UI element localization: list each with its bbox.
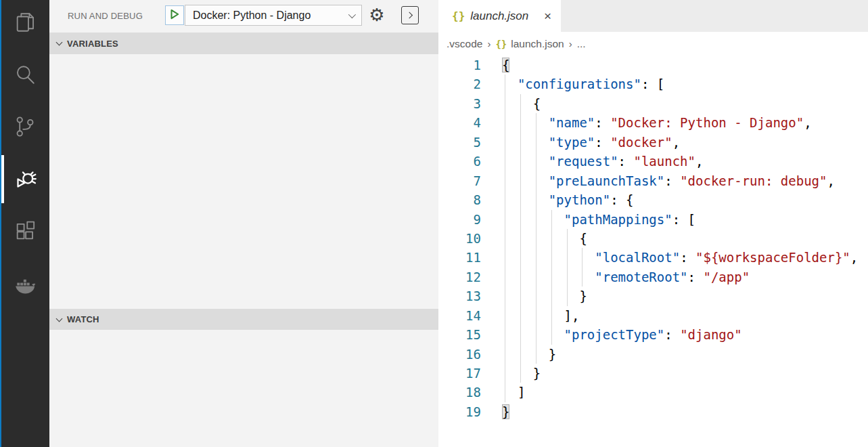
code-line[interactable]: { [502, 229, 868, 248]
line-number[interactable]: 4 [438, 113, 481, 132]
indent-guide [505, 133, 505, 152]
debug-configuration-dropdown[interactable]: Docker: Python - Django [185, 5, 362, 26]
code-token-pun: : [ [641, 77, 664, 91]
code-token-pun: , [827, 173, 834, 188]
breadcrumb-item-vscode[interactable]: .vscode [447, 38, 482, 50]
debug-console-button[interactable] [401, 6, 419, 24]
line-number[interactable]: 7 [438, 171, 481, 190]
line-number[interactable]: 2 [438, 74, 481, 93]
code-line[interactable]: "type": "docker", [502, 133, 868, 152]
indent-guide [536, 268, 536, 286]
code-line[interactable]: "request": "launch", [502, 152, 868, 171]
code-token-str: "launch" [633, 154, 695, 169]
code-line[interactable]: "pathMappings": [ [502, 210, 868, 229]
files-icon [14, 11, 37, 34]
indent-guide [505, 152, 505, 171]
code-line[interactable]: { [502, 56, 868, 74]
line-number[interactable]: 13 [438, 286, 481, 305]
code-line[interactable]: } [502, 402, 868, 421]
breadcrumb-item-symbols[interactable]: ... [577, 38, 586, 50]
line-number[interactable]: 16 [438, 345, 481, 364]
code-line-text: } [502, 289, 587, 303]
breadcrumb-item-launch-json[interactable]: launch.json [511, 38, 564, 50]
code-token-pun: : [ [672, 212, 695, 227]
indent-guide [505, 286, 505, 305]
indent-guide [520, 190, 521, 209]
code-line[interactable]: ] [502, 383, 868, 402]
line-number[interactable]: 14 [438, 306, 481, 325]
code-line[interactable]: } [502, 286, 868, 305]
line-number[interactable]: 15 [438, 325, 481, 344]
code-line-text: "python": { [502, 192, 633, 207]
code-line[interactable]: } [502, 364, 868, 383]
code-line-text: } [502, 347, 556, 362]
activity-item-search[interactable] [0, 54, 49, 95]
indent-guide [505, 364, 505, 383]
code-line[interactable]: "preLaunchTask": "docker-run: debug", [502, 171, 868, 190]
line-number[interactable]: 19 [438, 402, 481, 421]
activity-item-docker[interactable] [0, 265, 49, 305]
line-number[interactable]: 3 [438, 94, 481, 113]
json-file-icon: {} [495, 39, 507, 49]
indent-guide [536, 190, 536, 209]
line-number[interactable]: 9 [438, 210, 481, 229]
code-line-text: "type": "docker", [502, 135, 680, 150]
code-token-pun: , [804, 115, 811, 130]
activity-item-explorer[interactable] [0, 2, 49, 43]
section-header-variables[interactable]: VARIABLES [49, 33, 438, 54]
start-debugging-button[interactable] [165, 5, 184, 25]
activity-item-run-and-debug[interactable] [0, 158, 49, 199]
code-line-text: "configurations": [ [502, 77, 664, 91]
git-branch-icon [14, 115, 37, 138]
code-token-pun: : [664, 173, 680, 188]
close-tab-icon[interactable]: × [544, 9, 551, 22]
line-number[interactable]: 6 [438, 152, 481, 171]
activity-item-extensions[interactable] [0, 211, 49, 251]
line-number[interactable]: 12 [438, 268, 481, 286]
code-line[interactable]: ], [502, 306, 868, 325]
code-line[interactable]: } [502, 345, 868, 364]
open-launch-json-gear-button[interactable]: ⚙ [367, 5, 387, 25]
code-token-key: "request" [549, 154, 618, 169]
breadcrumb-separator: › [569, 38, 572, 49]
indent-guide [520, 345, 521, 364]
code-token-str: "Docker: Python - Django" [610, 115, 804, 130]
tab-launch-json[interactable]: {} launch.json × [438, 0, 561, 32]
code-line-text: "localRoot": "${workspaceFolder}", [502, 250, 858, 265]
indent-guide [505, 94, 505, 113]
code-line[interactable]: { [502, 94, 868, 113]
code-line[interactable]: "python": { [502, 190, 868, 209]
code-line-text: { [502, 58, 509, 72]
line-number[interactable]: 11 [438, 248, 481, 267]
section-label: WATCH [67, 314, 99, 324]
line-number[interactable]: 17 [438, 364, 481, 383]
code-token-key: "pathMappings" [564, 212, 672, 227]
line-number[interactable]: 18 [438, 383, 481, 402]
tab-label: launch.json [470, 9, 528, 23]
code-token-str: "/app" [703, 270, 750, 284]
code-token-pun: ], [564, 308, 580, 323]
code-line[interactable]: "name": "Docker: Python - Django", [502, 113, 868, 132]
activity-item-source-control[interactable] [0, 106, 49, 147]
line-number[interactable]: 10 [438, 229, 481, 248]
indent-guide [551, 268, 552, 286]
code-line[interactable]: "configurations": [ [502, 74, 868, 93]
line-number[interactable]: 1 [438, 56, 481, 74]
indent-guide [520, 229, 521, 248]
indent-guide [520, 113, 521, 132]
code-line-text: { [502, 231, 587, 246]
line-number[interactable]: 5 [438, 133, 481, 152]
extensions-icon [14, 219, 37, 242]
indent-guide [567, 268, 568, 286]
code-line[interactable]: "projectType": "django" [502, 325, 868, 344]
indent-guide [551, 286, 552, 305]
code-token-pun: { [579, 231, 587, 246]
code-line[interactable]: "localRoot": "${workspaceFolder}", [502, 248, 868, 267]
gear-icon: ⚙ [369, 5, 384, 25]
line-number[interactable]: 8 [438, 190, 481, 209]
code-editor[interactable]: 12345678910111213141516171819 { "configu… [438, 56, 868, 447]
section-header-watch[interactable]: WATCH [49, 309, 438, 330]
code-line[interactable]: "remoteRoot": "/app" [502, 268, 868, 286]
indent-guide [505, 229, 505, 248]
indent-guide [520, 133, 521, 152]
